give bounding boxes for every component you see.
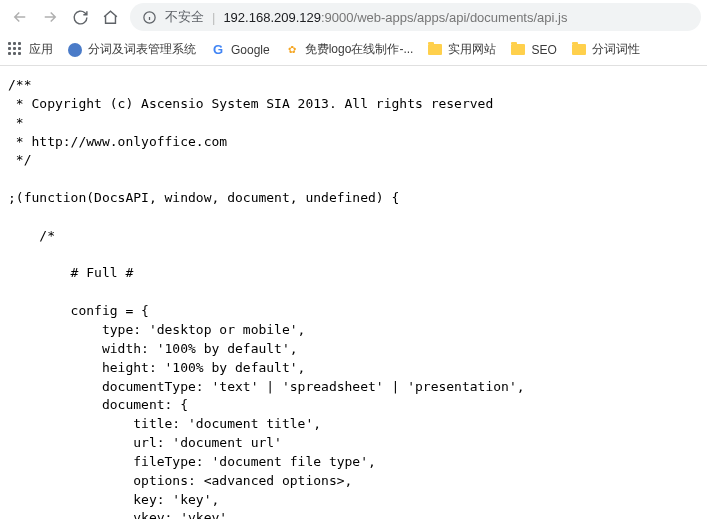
home-button[interactable] xyxy=(96,3,124,31)
reload-button[interactable] xyxy=(66,3,94,31)
bookmark-label: 分词词性 xyxy=(592,41,640,58)
bookmark-label: 分词及词表管理系统 xyxy=(88,41,196,58)
bookmark-label: 实用网站 xyxy=(448,41,496,58)
gear-icon: ✿ xyxy=(284,42,300,58)
separator: | xyxy=(212,10,215,25)
url-text: 192.168.209.129:9000/web-apps/apps/api/d… xyxy=(223,10,567,25)
folder-icon xyxy=(571,42,587,58)
bookmark-label: Google xyxy=(231,43,270,57)
info-icon xyxy=(142,10,157,25)
apps-button[interactable]: 应用 xyxy=(8,41,53,58)
google-icon: G xyxy=(210,42,226,58)
security-label: 不安全 xyxy=(165,8,204,26)
bookmark-label: SEO xyxy=(531,43,556,57)
bookmarks-bar: 应用 分词及词表管理系统 G Google ✿ 免费logo在线制作-... 实… xyxy=(0,34,707,66)
arrow-left-icon xyxy=(11,8,29,26)
bookmark-label: 免费logo在线制作-... xyxy=(305,41,414,58)
folder-icon xyxy=(510,42,526,58)
browser-toolbar: 不安全 | 192.168.209.129:9000/web-apps/apps… xyxy=(0,0,707,34)
folder-icon xyxy=(427,42,443,58)
bookmark-item[interactable]: ✿ 免费logo在线制作-... xyxy=(284,41,414,58)
source-code: /** * Copyright (c) Ascensio System SIA … xyxy=(0,66,707,519)
home-icon xyxy=(102,9,119,26)
forward-button[interactable] xyxy=(36,3,64,31)
bookmark-item[interactable]: SEO xyxy=(510,42,556,58)
address-bar[interactable]: 不安全 | 192.168.209.129:9000/web-apps/apps… xyxy=(130,3,701,31)
reload-icon xyxy=(72,9,89,26)
arrow-right-icon xyxy=(41,8,59,26)
bookmark-item[interactable]: G Google xyxy=(210,42,270,58)
back-button[interactable] xyxy=(6,3,34,31)
bookmark-item[interactable]: 分词词性 xyxy=(571,41,640,58)
apps-icon xyxy=(8,42,24,58)
bookmark-item[interactable]: 分词及词表管理系统 xyxy=(67,41,196,58)
apps-label: 应用 xyxy=(29,41,53,58)
site-icon xyxy=(67,42,83,58)
bookmark-item[interactable]: 实用网站 xyxy=(427,41,496,58)
